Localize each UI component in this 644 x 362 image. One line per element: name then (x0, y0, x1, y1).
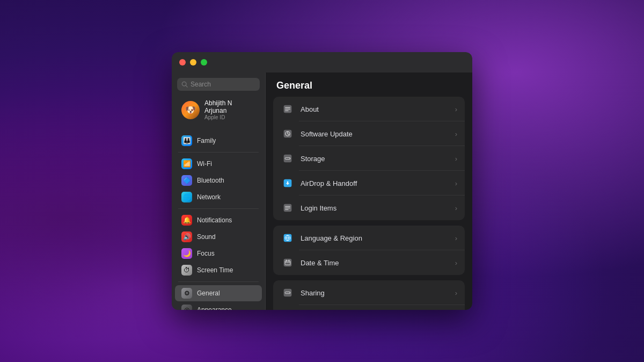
search-box[interactable]: Search (177, 78, 260, 91)
sharing-row-label: Sharing (301, 289, 455, 297)
about-chevron-icon: › (455, 105, 457, 113)
main-content: General About›Software Update›Storage›Ai… (266, 73, 472, 310)
sidebar-divider-after-network (178, 208, 259, 209)
sidebar-item-notifications-label: Notifications (197, 216, 232, 224)
search-icon (181, 81, 188, 88)
traffic-lights (179, 59, 207, 66)
language-row-icon (281, 231, 295, 245)
storage-row-label: Storage (301, 155, 455, 163)
svg-rect-15 (285, 209, 289, 209)
sidebar-item-sound-label: Sound (197, 233, 216, 241)
screentime-icon: ⏱ (181, 265, 192, 276)
sidebar-item-screentime-label: Screen Time (197, 266, 233, 274)
about-row-icon (281, 102, 295, 116)
sharing-row-icon (281, 286, 295, 300)
svg-line-1 (186, 85, 187, 87)
sidebar-items-container: 👪Family📶Wi-Fi🔷Bluetooth🌐Network🔔Notifica… (172, 132, 265, 310)
user-name: Abhijith N Arjunan (204, 99, 255, 114)
system-preferences-window: Search 🐶 Abhijith N Arjunan Apple ID 👪Fa… (172, 52, 472, 310)
date-chevron-icon: › (455, 259, 457, 267)
svg-point-10 (289, 158, 290, 159)
user-info: Abhijith N Arjunan Apple ID (204, 99, 255, 120)
sidebar-divider-after-family (178, 152, 259, 153)
update-row-label: Software Update (301, 130, 455, 138)
sidebar-item-wifi[interactable]: 📶Wi-Fi (175, 156, 262, 172)
storage-chevron-icon: › (455, 155, 457, 163)
sidebar-item-network[interactable]: 🌐Network (175, 189, 262, 205)
settings-groups-container: About›Software Update›Storage›AirDrop & … (273, 97, 465, 310)
sidebar-item-general-label: General (197, 289, 220, 297)
user-subtitle: Apple ID (204, 114, 255, 120)
focus-icon: 🌙 (181, 248, 192, 259)
svg-rect-3 (285, 107, 290, 108)
user-profile[interactable]: 🐶 Abhijith N Arjunan Apple ID (175, 96, 262, 124)
appearance-icon: ◎ (181, 305, 192, 310)
sidebar-item-sound[interactable]: 🔊Sound (175, 229, 262, 245)
about-row-label: About (301, 105, 455, 113)
minimize-button[interactable] (190, 59, 196, 66)
storage-row-icon (281, 151, 295, 165)
sidebar-item-family-label: Family (197, 137, 216, 144)
date-row-icon (281, 256, 295, 270)
search-input[interactable]: Search (191, 81, 255, 88)
window-body: Search 🐶 Abhijith N Arjunan Apple ID 👪Fa… (172, 73, 472, 310)
airdrop-chevron-icon: › (455, 179, 457, 187)
settings-group-group3: Sharing›Time Machine›Transfer or Reset›S… (273, 280, 465, 310)
sidebar-item-screentime[interactable]: ⏱Screen Time (175, 262, 262, 278)
notifications-icon: 🔔 (181, 215, 192, 226)
svg-rect-4 (285, 109, 290, 110)
svg-rect-14 (285, 208, 290, 208)
sidebar-item-bluetooth[interactable]: 🔷Bluetooth (175, 172, 262, 189)
settings-row-airdrop[interactable]: AirDrop & Handoff› (273, 171, 465, 196)
sidebar-item-network-label: Network (197, 193, 221, 201)
content-scroll: About›Software Update›Storage›AirDrop & … (266, 97, 472, 310)
settings-row-update[interactable]: Software Update› (273, 121, 465, 146)
sidebar-item-bluetooth-label: Bluetooth (197, 177, 224, 184)
sharing-chevron-icon: › (455, 289, 457, 297)
airdrop-row-label: AirDrop & Handoff (301, 179, 455, 187)
update-chevron-icon: › (455, 130, 457, 138)
wifi-icon: 📶 (181, 158, 192, 169)
settings-row-timemachine[interactable]: Time Machine› (273, 305, 465, 310)
bluetooth-icon: 🔷 (181, 175, 192, 186)
airdrop-row-icon (281, 176, 295, 190)
sidebar-item-family[interactable]: 👪Family (175, 133, 262, 149)
family-icon: 👪 (181, 135, 192, 146)
maximize-button[interactable] (201, 59, 207, 66)
settings-row-login[interactable]: Login Items› (273, 196, 465, 220)
settings-group-group1: About›Software Update›Storage›AirDrop & … (273, 97, 465, 220)
general-icon: ⚙ (181, 288, 192, 299)
svg-point-26 (289, 292, 290, 293)
update-row-icon (281, 127, 295, 141)
language-row-label: Language & Region (301, 234, 455, 242)
close-button[interactable] (179, 59, 186, 66)
date-row-label: Date & Time (301, 259, 455, 267)
settings-group-group2: Language & Region›Date & Time› (273, 226, 465, 275)
login-row-icon (281, 201, 295, 215)
settings-row-language[interactable]: Language & Region› (273, 226, 465, 250)
section-title: General (266, 73, 472, 97)
sidebar-item-focus-label: Focus (197, 250, 215, 257)
sidebar-item-appearance-label: Appearance (197, 306, 232, 310)
settings-row-about[interactable]: About› (273, 97, 465, 121)
sidebar-item-wifi-label: Wi-Fi (197, 160, 212, 168)
titlebar (172, 52, 472, 73)
svg-rect-13 (285, 206, 290, 207)
settings-row-storage[interactable]: Storage› (273, 146, 465, 171)
language-chevron-icon: › (455, 234, 457, 242)
network-icon: 🌐 (181, 192, 192, 202)
avatar: 🐶 (181, 101, 200, 119)
settings-row-date[interactable]: Date & Time› (273, 250, 465, 275)
settings-row-sharing[interactable]: Sharing› (273, 280, 465, 305)
sidebar: Search 🐶 Abhijith N Arjunan Apple ID 👪Fa… (172, 73, 266, 310)
sidebar-divider-after-screentime (178, 281, 259, 282)
login-row-label: Login Items (301, 204, 455, 212)
sidebar-item-focus[interactable]: 🌙Focus (175, 245, 262, 262)
sound-icon: 🔊 (181, 231, 192, 242)
login-chevron-icon: › (455, 204, 457, 212)
sidebar-item-appearance[interactable]: ◎Appearance (175, 302, 262, 310)
svg-rect-5 (285, 110, 289, 111)
sidebar-item-general[interactable]: ⚙General (175, 285, 262, 301)
sidebar-item-notifications[interactable]: 🔔Notifications (175, 212, 262, 228)
